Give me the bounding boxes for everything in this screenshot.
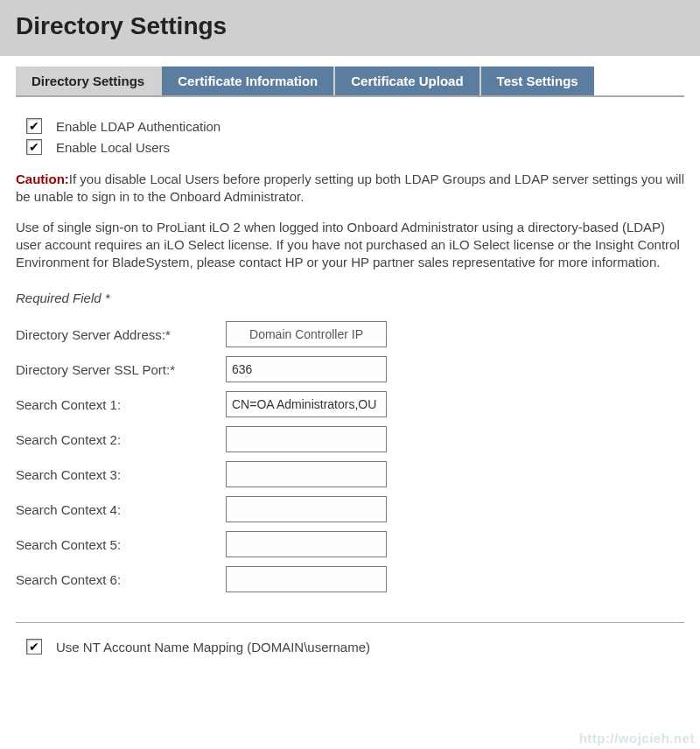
section-divider <box>16 622 684 623</box>
label-search4: Search Context 4: <box>16 502 226 517</box>
row-enable-ldap: Enable LDAP Authentication <box>16 118 684 134</box>
tab-bar: Directory Settings Certificate Informati… <box>16 66 684 97</box>
content-area: Directory Settings Certificate Informati… <box>0 66 700 676</box>
caution-label: Caution: <box>16 172 69 186</box>
input-search1[interactable] <box>226 391 387 417</box>
input-search6[interactable] <box>226 566 387 592</box>
row-ssl-port: Directory Server SSL Port:* <box>16 356 684 382</box>
row-search1: Search Context 1: <box>16 391 684 417</box>
row-search6: Search Context 6: <box>16 566 684 592</box>
row-search3: Search Context 3: <box>16 461 684 487</box>
page-title: Directory Settings <box>16 12 684 40</box>
form-area: Enable LDAP Authentication Enable Local … <box>16 97 684 654</box>
input-search5[interactable] <box>226 531 387 557</box>
tab-directory-settings[interactable]: Directory Settings <box>16 66 162 95</box>
label-search2: Search Context 2: <box>16 432 226 447</box>
row-search4: Search Context 4: <box>16 496 684 522</box>
label-enable-ldap: Enable LDAP Authentication <box>56 119 220 134</box>
input-search4[interactable] <box>226 496 387 522</box>
caution-text: If you disable Local Users before proper… <box>16 172 684 204</box>
page-header: Directory Settings <box>0 0 700 56</box>
page-root: Directory Settings Directory Settings Ce… <box>0 0 700 676</box>
tab-test-settings[interactable]: Test Settings <box>481 66 594 95</box>
label-search6: Search Context 6: <box>16 572 226 587</box>
label-ssl-port: Directory Server SSL Port:* <box>16 362 226 377</box>
row-server-address: Directory Server Address:* <box>16 321 684 347</box>
row-search5: Search Context 5: <box>16 531 684 557</box>
required-field-note: Required Field * <box>16 290 684 305</box>
label-use-nt-mapping: Use NT Account Name Mapping (DOMAIN\user… <box>56 640 370 654</box>
row-use-nt-mapping: Use NT Account Name Mapping (DOMAIN\user… <box>16 639 684 654</box>
caution-block: Caution:If you disable Local Users befor… <box>16 171 684 206</box>
checkbox-enable-local-users[interactable] <box>26 139 42 155</box>
tab-certificate-upload[interactable]: Certificate Upload <box>335 66 480 95</box>
checkbox-use-nt-mapping[interactable] <box>26 639 42 654</box>
tab-certificate-information[interactable]: Certificate Information <box>162 66 335 95</box>
input-search3[interactable] <box>226 461 387 487</box>
input-ssl-port[interactable] <box>226 356 387 382</box>
row-enable-local-users: Enable Local Users <box>16 139 684 155</box>
label-server-address: Directory Server Address:* <box>16 327 226 342</box>
label-search5: Search Context 5: <box>16 537 226 552</box>
label-enable-local-users: Enable Local Users <box>56 140 170 155</box>
input-server-address[interactable] <box>226 321 387 347</box>
watermark-text: http://wojcieh.net <box>579 731 695 746</box>
input-search2[interactable] <box>226 426 387 452</box>
label-search3: Search Context 3: <box>16 467 226 482</box>
checkbox-enable-ldap[interactable] <box>26 118 42 134</box>
row-search2: Search Context 2: <box>16 426 684 452</box>
label-search1: Search Context 1: <box>16 397 226 412</box>
info-paragraph: Use of single sign-on to ProLiant iLO 2 … <box>16 219 684 272</box>
